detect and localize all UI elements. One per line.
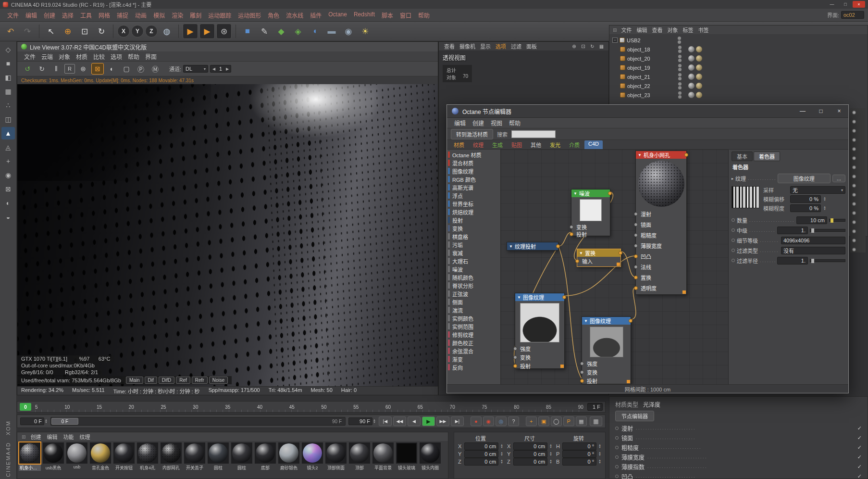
texture-mode-icon[interactable]: ◧ [1, 71, 15, 84]
material-item[interactable]: 开关按钮 [112, 442, 136, 479]
node-type-item[interactable]: 湍流 [447, 306, 500, 314]
live-viewer-menu-item[interactable]: 比较 [90, 52, 108, 61]
node-type-item[interactable]: 反向 [447, 363, 500, 371]
node-input-pin[interactable]: 变换 [582, 368, 631, 377]
end-frame-field[interactable]: 90 F [348, 417, 372, 425]
object-row[interactable]: object_22 [620, 81, 774, 90]
node-input-pin[interactable]: 凹凸 [636, 251, 686, 262]
coordinate-field[interactable]: 0 cm [464, 442, 498, 450]
viewport-menu-item[interactable]: 选项 [493, 42, 508, 50]
material-name[interactable]: 机身小网孔 [19, 465, 41, 471]
maximize-button[interactable]: □ [812, 105, 830, 117]
node-input-pin[interactable]: 透明度 [636, 283, 686, 293]
material-item[interactable]: 圆柱 [230, 442, 253, 479]
maximize-button[interactable]: □ [839, 1, 852, 8]
material-item[interactable]: 机身4孔 [136, 442, 159, 479]
panel-drag-handle-icon[interactable]: ⊞ [611, 27, 618, 33]
toggle-view-icon[interactable]: ▦ [597, 43, 606, 50]
pin-dot-icon[interactable] [570, 225, 573, 229]
material-item[interactable]: usb [65, 442, 88, 479]
pin-dot-icon[interactable] [513, 355, 517, 359]
node-input-pin[interactable]: 强度 [515, 344, 564, 353]
pin-dot-icon[interactable] [634, 276, 638, 279]
deformer-button[interactable]: ◖ [307, 24, 322, 39]
pin-dot-icon[interactable] [570, 232, 573, 236]
material-name[interactable]: 顶部 [354, 465, 365, 471]
material-name[interactable]: 顶部侧面 [326, 465, 346, 471]
pin-dot-icon[interactable] [580, 370, 584, 374]
material-item[interactable]: 机身小网孔 [18, 442, 41, 479]
menu-item[interactable]: 选择 [59, 10, 77, 20]
node-output-port[interactable] [608, 191, 612, 195]
live-viewer-menu-item[interactable]: 文件 [21, 52, 38, 61]
node-type-item[interactable]: 实例范围 [447, 322, 500, 330]
material-channel-row[interactable]: 薄膜宽度 ✓ [615, 452, 862, 462]
coordinate-system-button[interactable]: ◍ [159, 24, 174, 39]
node-input-pin[interactable]: 法线 [636, 262, 686, 272]
blur-scale-field[interactable]: 0 % [790, 204, 821, 212]
object-name[interactable]: object_19 [627, 65, 671, 71]
object-manager-menu-item[interactable]: 对象 [665, 26, 680, 34]
node-header[interactable]: ▼纹理投射 [507, 242, 558, 250]
render-pass-button[interactable]: Noise [209, 377, 228, 384]
material-channel-row[interactable]: 薄膜指数 ✓ [615, 462, 862, 471]
mirror-icon[interactable]: ◐ [1, 197, 15, 209]
node-category-tab[interactable]: 生成 [488, 140, 507, 149]
pin-dot-icon[interactable] [634, 244, 638, 248]
material-name[interactable]: usb [73, 465, 82, 469]
mograph-button[interactable]: ◈ [290, 24, 306, 39]
frame-increment-box[interactable]: 1 F [587, 403, 603, 411]
material-item[interactable]: 内部网孔 [160, 442, 183, 479]
node-output-port[interactable] [619, 251, 622, 255]
material-item[interactable]: 顶部侧面 [324, 442, 347, 479]
snap-icon[interactable]: ◉ [1, 169, 15, 181]
material-override-button[interactable]: ◐ [106, 63, 118, 75]
node-header[interactable]: ▼机身小网孔 [636, 151, 686, 159]
texture-tag-icon[interactable] [688, 92, 694, 98]
node-category-tab[interactable]: 材质 [450, 140, 468, 149]
menu-item[interactable]: 文件 [4, 10, 22, 20]
settings-button[interactable]: ⊛ [77, 63, 89, 75]
viewport-menu-item[interactable]: 面板 [524, 42, 539, 50]
node-type-item[interactable]: 烘焙纹理 [447, 208, 500, 216]
material-name[interactable]: usb黑色 [45, 465, 62, 471]
parameter-slider[interactable] [810, 229, 845, 232]
pin-dot-icon[interactable] [634, 233, 638, 237]
add-cube-button[interactable]: ■ [240, 24, 255, 39]
node-type-item[interactable]: 衰减 [447, 249, 500, 257]
node-type-item[interactable]: 实例颜色 [447, 314, 500, 322]
object-name[interactable]: object_20 [627, 56, 671, 62]
object-root-row[interactable]: − USB2 [612, 36, 766, 45]
render-pass-button[interactable]: Refr [192, 377, 208, 384]
channel-checkmark[interactable]: ✓ [855, 464, 862, 470]
viewport-menu-item[interactable]: 查看 [442, 42, 457, 50]
timeline-ticks[interactable]: 51015202530354045505560657075808590 [35, 402, 583, 412]
open-node-editor-button[interactable]: 节点编辑器 [615, 411, 654, 421]
material-thumbnail[interactable] [161, 442, 182, 464]
magnet-icon[interactable]: ◒ [1, 211, 15, 223]
coordinate-field[interactable]: 0 cm [464, 458, 498, 466]
material-picker-button[interactable]: Ⓜ [149, 63, 161, 75]
render-picture-viewer-button[interactable]: ▶ [199, 24, 215, 39]
keyframe-scale-toggle[interactable]: ▣ [538, 416, 549, 426]
node-type-item[interactable]: 噪波 [447, 265, 500, 273]
node-category-tab[interactable]: 介质 [565, 140, 583, 149]
pen-tool-button[interactable]: ✎ [257, 24, 272, 39]
node-input-pin[interactable]: 投射 [515, 362, 564, 370]
material-manager-menu-item[interactable]: 创建 [27, 433, 44, 441]
node-header[interactable]: ▼噪波 [571, 189, 610, 197]
material-item[interactable]: 镜头内圈 [419, 442, 442, 479]
texture-tag-icon[interactable] [688, 46, 694, 52]
material-manager-menu-item[interactable]: 功能 [60, 433, 76, 441]
redo-button[interactable]: ↷ [20, 24, 35, 39]
visibility-dots[interactable] [678, 46, 682, 53]
keyframe-selection-button[interactable]: ◎ [496, 416, 507, 426]
node-type-item[interactable]: 正弦波 [447, 290, 500, 298]
node-type-item[interactable]: 棋盘格 [447, 232, 500, 240]
pin-dot-icon[interactable] [634, 254, 638, 258]
coordinate-field[interactable]: 0 cm [513, 458, 547, 466]
parameter-slider[interactable] [810, 259, 845, 262]
node-resize-grip[interactable] [682, 290, 686, 294]
channel-checkmark[interactable]: ✓ [855, 454, 862, 460]
node-type-item[interactable]: 颜色校正 [447, 339, 500, 347]
